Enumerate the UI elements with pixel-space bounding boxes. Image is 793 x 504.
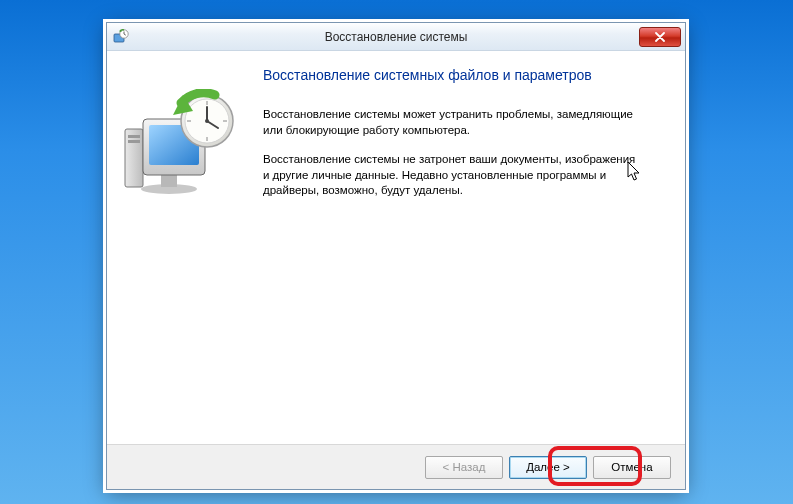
description-paragraph-1: Восстановление системы может устранить п… [263, 107, 643, 138]
back-button: < Назад [425, 456, 503, 479]
svg-point-17 [205, 119, 209, 123]
dialog-window: Восстановление системы [106, 22, 686, 490]
content-area: Восстановление системных файлов и параме… [107, 51, 685, 444]
cancel-button[interactable]: Отмена [593, 456, 671, 479]
footer: < Назад Далее > Отмена [107, 445, 685, 489]
description-paragraph-2: Восстановление системы не затронет ваши … [263, 152, 643, 199]
sidebar [107, 51, 257, 444]
main-panel: Восстановление системных файлов и параме… [257, 51, 685, 444]
page-heading: Восстановление системных файлов и параме… [263, 67, 663, 83]
svg-rect-3 [161, 175, 177, 187]
system-restore-large-icon [121, 89, 241, 199]
svg-rect-5 [128, 135, 140, 138]
titlebar: Восстановление системы [107, 23, 685, 51]
svg-rect-6 [128, 140, 140, 143]
next-button[interactable]: Далее > [509, 456, 587, 479]
window-title: Восстановление системы [107, 30, 685, 44]
cursor-icon [627, 161, 643, 183]
